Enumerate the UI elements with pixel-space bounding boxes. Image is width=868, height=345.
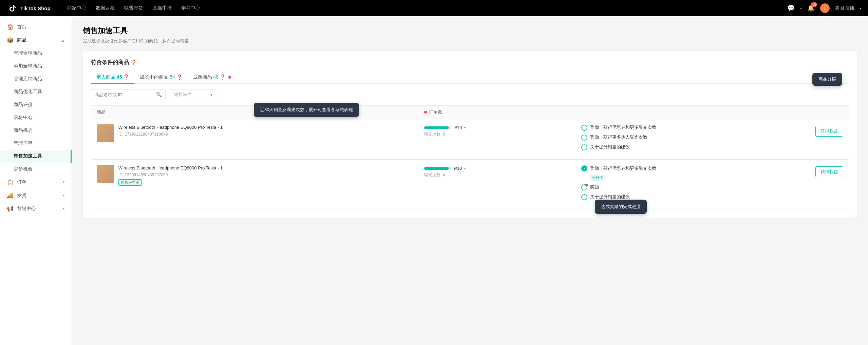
table-row: Wireless Bluetooth Headphone EQ8000 Pro … [91,119,849,160]
product-orders-col: 9/10 ▾ 曝光次数: 8 [424,124,581,137]
col-product-label: 商品 [97,109,106,115]
chevron-down-icon: ▾ [63,193,65,198]
reward-check-icon [581,165,587,171]
sidebar-item-opportunity[interactable]: 商品机会 [0,124,72,137]
reward-circle-icon [581,144,587,150]
sidebar-item-marketing[interactable]: 📢 营销中心 ▾ [0,202,72,215]
reward-item: 关于提升销量的建议 [581,144,811,150]
tab-potential[interactable]: 潜力商品 45 ❓ [91,72,134,84]
product-icon: 📦 [7,37,14,43]
score-bar-bg [424,126,451,129]
reward-item: 奖励：获得优惠券和更多曝光次数 [581,124,811,131]
tooltip-product-tier: 商品分层 [812,73,842,86]
sidebar-item-label: 商品评价 [14,102,33,108]
product-image [97,124,114,142]
sidebar-item-add-global[interactable]: 添加全球商品 [0,60,72,73]
store-name[interactable]: 美国 店铺 [835,5,854,11]
sidebar-item-shipping[interactable]: 🚚 发货 ▾ [0,189,72,202]
reward-circle-icon [581,184,587,190]
sidebar-item-review[interactable]: 商品评价 [0,98,72,111]
tab-help-icon[interactable]: ❓ [220,74,226,80]
reward-text: 奖励： [590,184,603,190]
reward-text: 奖励：获得优惠券和更多曝光次数 [590,124,656,130]
red-dot-indicator [424,111,427,114]
benefit-col: 获得权益 [815,165,843,204]
reward-status-badge: 进行中 [590,175,605,181]
sidebar-item-label: 订单 [17,179,26,185]
get-benefit-button[interactable]: 获得权益 [815,166,843,177]
product-tag: 销售潜力高 [118,179,142,186]
notification-button[interactable]: 🔔 66 [807,4,815,12]
sidebar: 🏠 首页 📦 商品 ▲ 管理全球商品 添加全球商品 管理店铺商品 商品优化工具 … [0,16,72,345]
sidebar-item-label: 商品优化工具 [14,89,42,95]
reward-item: 奖励：获得优惠券和更多曝光次数 进行中 [581,165,811,181]
nav-data[interactable]: 数据罗盘 [96,5,115,11]
product-col-2: Wireless Bluetooth Headphone EQ8000 Pro … [97,165,424,186]
col-orders-header: 订单数 [424,109,581,115]
sidebar-item-label: 营销中心 [17,206,36,212]
tiktok-icon [7,3,18,14]
sidebar-item-label: 商品 [17,37,26,43]
sidebar-item-label: 素材中心 [14,115,33,121]
sidebar-item-pricing[interactable]: 定价机会 [0,163,72,176]
expand-arrow-icon[interactable]: ▾ [464,166,466,171]
reward-circle-icon [581,135,587,141]
sidebar-item-manage-store[interactable]: 管理店铺商品 [0,73,72,85]
get-benefit-button[interactable]: 获得权益 [815,126,843,137]
sidebar-item-label: 管理店铺商品 [14,76,42,82]
sidebar-item-optimization[interactable]: 商品优化工具 [0,85,72,98]
sidebar-item-inventory[interactable]: 管理库存 [0,137,72,150]
nav-merchant[interactable]: 商家中心 [67,5,86,11]
chevron-down-icon: ▾ [63,206,65,211]
tab-mature[interactable]: 成熟商品 48 ❓ [188,72,237,84]
nav-live[interactable]: 直播中控 [153,5,172,11]
sidebar-item-label: 首页 [17,24,26,30]
product-rewards: 奖励：获得优惠券和更多曝光次数 进行中 奖励： [581,165,811,204]
shipping-icon: 🚚 [7,192,14,199]
search-input[interactable] [95,92,153,97]
sidebar-item-home[interactable]: 🏠 首页 [0,20,72,34]
select-label: 销售潜力 [174,92,192,98]
header-right: 💬 ▾ 🔔 66 U 美国 店铺 ▾ [787,3,861,13]
tab-label: 潜力商品 [96,74,115,80]
sidebar-item-products[interactable]: 📦 商品 ▲ [0,34,72,47]
sidebar-item-materials[interactable]: 素材中心 [0,111,72,124]
tab-help-icon[interactable]: ❓ [123,74,129,80]
score-bar-bg [424,167,451,170]
table-row: Wireless Bluetooth Headphone EQ8000 Pro … [91,160,849,209]
reward-text: 关于提升销量的建议 [590,144,630,150]
expand-arrow-icon[interactable]: ▾ [464,125,466,130]
product-info: Wireless Bluetooth Headphone EQ8000 Pro … [118,165,424,186]
product-tabs: 潜力商品 45 ❓ 成长中的商品 54 ❓ 成熟商品 48 ❓ [91,72,849,84]
exposure-text: 曝光次数: 8 [424,131,581,137]
reward-circle-icon [581,125,587,131]
sidebar-item-manage-global[interactable]: 管理全球商品 [0,47,72,60]
nav-links: 商家中心 数据罗盘 联盟带货 直播中控 学习中心 [67,5,777,11]
search-icon: 🔍 [156,92,162,97]
product-name: Wireless Bluetooth Headphone EQ8000 Pro … [118,165,424,171]
message-icon[interactable]: 💬 [787,4,795,12]
nav-affiliate[interactable]: 联盟带货 [124,5,143,11]
tab-label: 成长中的商品 [140,74,168,80]
logo-text: TikTok Shop [20,5,56,11]
tab-help-icon[interactable]: ❓ [176,74,182,80]
sidebar-item-label: 管理全球商品 [14,50,42,56]
sidebar-item-sales-booster[interactable]: 销售加速工具 [0,150,72,163]
help-icon[interactable]: ❓ [131,60,137,65]
product-id: ID: 1729612180437110849 [118,132,424,137]
red-indicator [585,184,588,186]
product-orders-col: 9/10 ▾ 曝光次数: 4 [424,165,581,178]
logo[interactable]: TikTok Shop [7,3,56,14]
table-area: 商品 订单数 近30天销量及曝光次数，展开可查看各场域表现 [91,105,849,209]
sidebar-item-label: 商品机会 [14,127,33,134]
reward-circle-icon [581,194,587,200]
message-dropdown-arrow[interactable]: ▾ [800,6,802,10]
reward-item: 奖励：获得更多达人曝光次数 [581,134,811,141]
tab-growing[interactable]: 成长中的商品 54 ❓ [134,72,187,84]
store-dropdown-arrow[interactable]: ▾ [860,6,861,10]
product-name: Wireless Bluetooth Headphone EQ8000 Pro … [118,124,424,130]
sales-potential-select[interactable]: 销售潜力 ▾ [170,89,217,100]
app-layout: 🏠 首页 📦 商品 ▲ 管理全球商品 添加全球商品 管理店铺商品 商品优化工具 … [0,16,868,345]
sidebar-item-orders[interactable]: 📋 订单 ▾ [0,176,72,189]
nav-learning[interactable]: 学习中心 [181,5,200,11]
